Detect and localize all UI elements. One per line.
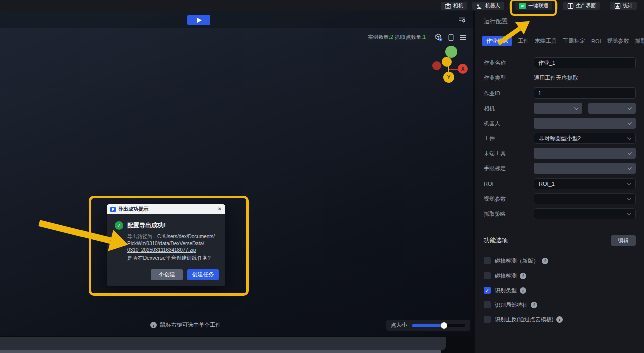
menu-icon[interactable] [459,34,466,40]
tab-vision-params[interactable]: 视觉参数 [607,37,629,45]
stats-chart-icon [614,3,621,9]
info-icon[interactable]: i [520,287,526,294]
info-icon[interactable]: i [531,302,537,308]
camera-label: 相机 [484,105,534,112]
dialog-message: 配置导出成功! [127,221,215,230]
viewport-hint-text: 鼠标右键可选中单个工件 [160,321,221,329]
option-label: 识别局部特征 [495,301,528,309]
chevron-down-icon [628,105,632,109]
chevron-down-icon [628,165,632,169]
topbar-stats-label: 统计 [623,2,633,9]
export-path-link[interactable]: C:/Users/dex/Documents/ [157,234,215,239]
production-grid-icon [567,3,574,9]
robot-icon [476,3,483,9]
bottom-panel [0,337,446,350]
gizmo-z-handle[interactable] [445,46,457,58]
ai-badge-icon: AI [519,3,526,9]
gizmo-x-neg-handle[interactable] [432,61,441,70]
topbar-divider [557,3,558,9]
slider-thumb[interactable] [441,322,447,329]
dialog-titlebar[interactable]: P 导出成功提示 ✕ [107,204,225,214]
panel-tabs: 作业信息 工件 末端工具 手眼标定 ROI 视觉参数 抓取策略 [475,31,644,51]
grab-strategy-label: 抓取策略 [484,210,534,218]
job-type-value: 通用工件无序抓取 [534,74,578,82]
topbar-stats-button[interactable]: 统计 [610,2,637,10]
option-label: 识别类型 [495,287,517,294]
topbar-camera-button[interactable]: 相机 [441,2,467,10]
checkbox-front-back[interactable] [484,316,491,323]
roi-select[interactable]: ROI_1 [534,178,636,189]
robot-select[interactable] [534,118,636,129]
viewport-3d[interactable]: 实例数量:2 抓取点数量:1 [0,11,473,336]
point-size-label: 点大小 [391,322,407,329]
camera-select-2[interactable] [588,103,636,114]
point-size-slider[interactable] [412,324,466,327]
dialog-title: 导出成功提示 [118,206,148,213]
grab-strategy-select[interactable] [534,208,636,219]
roi-label: ROI [484,181,534,187]
play-button[interactable] [187,15,210,25]
info-icon[interactable]: i [520,273,526,279]
checkbox-recognition-type[interactable]: ✓ [484,287,491,294]
topbar-robot-button[interactable]: 机器人 [472,2,504,10]
export-path-link[interactable]: PickWiz/0310/data/DexVerseData/ [127,240,215,247]
chevron-down-icon [628,120,632,124]
edit-button[interactable]: 编辑 [611,235,636,246]
viewport-count-row: 实例数量:2 抓取点数量:1 [364,32,466,42]
chevron-down-icon [627,211,631,215]
close-icon[interactable]: ✕ [218,207,222,212]
camera-select-1[interactable] [534,103,582,114]
job-id-label: 作业ID [484,90,534,97]
option-front-back: 识别正反(通过点云模板) i [484,315,636,323]
topbar-one-key-connect-button[interactable]: AI 一键联通 [515,2,552,10]
checkbox-collision[interactable] [484,272,491,279]
info-icon[interactable]: i [556,316,563,323]
cancel-create-button[interactable]: 不创建 [151,269,183,280]
option-collision-new: 碰撞检测（新版） i [484,257,636,265]
instances-label: 实例数量: [368,34,390,40]
vision-params-select[interactable] [534,193,636,204]
chevron-down-icon [627,135,631,139]
job-name-input[interactable] [534,57,636,68]
topbar-production-button[interactable]: 生产界面 [563,2,600,10]
topbar-robot-label: 机器人 [485,2,500,9]
hand-eye-label: 手眼标定 [484,165,534,172]
end-tool-select[interactable] [534,148,636,159]
end-tool-label: 末端工具 [484,150,534,157]
play-icon [197,18,202,23]
gizmo-y-handle[interactable]: Y [443,72,454,83]
tab-grab-strategy[interactable]: 抓取策略 [635,37,644,45]
workpiece-select[interactable]: 非对称圆型小型2 [534,133,636,144]
tab-roi[interactable]: ROI [591,38,601,44]
tab-hand-eye[interactable]: 手眼标定 [563,37,585,45]
tab-job-info[interactable]: 作业信息 [482,36,512,46]
display-settings-icon[interactable] [458,16,466,25]
chevron-down-icon [627,181,631,185]
add-model-icon[interactable] [434,33,443,42]
horizontal-scrollbar[interactable] [0,350,441,353]
gizmo-x-handle[interactable]: X [458,64,468,74]
viewport-hint: i 鼠标右键可选中单个工件 [150,321,221,329]
info-icon[interactable]: i [542,258,548,264]
topbar-production-label: 生产界面 [576,2,596,9]
option-local-feature: 识别局部特征 i [484,301,636,309]
bounding-box-icon[interactable] [447,33,455,42]
export-path-link[interactable]: 0310_20250311163418077.zip [127,247,215,254]
hand-eye-select[interactable] [534,163,636,174]
job-id-input[interactable] [534,87,636,99]
chevron-down-icon [628,150,632,154]
app-logo-icon: P [110,207,116,212]
instance-count-badge: 实例数量:2 抓取点数量:1 [364,32,430,42]
tab-workpiece[interactable]: 工件 [518,37,529,45]
workpiece-label: 工件 [484,135,534,142]
checkbox-collision-new[interactable] [484,257,491,264]
gizmo-z-back-handle[interactable] [442,57,452,67]
instances-value: 2 [390,34,393,40]
point-size-control: 点大小 [386,320,470,331]
chevron-down-icon [627,196,631,200]
checkbox-local-feature[interactable] [484,301,491,308]
dialog-question: 是否在Dexverse平台创建训练任务? [127,255,215,262]
topbar-connect-label: 一键联通 [528,2,548,9]
create-task-button[interactable]: 创建任务 [187,269,219,280]
tab-end-tool[interactable]: 末端工具 [535,37,557,45]
